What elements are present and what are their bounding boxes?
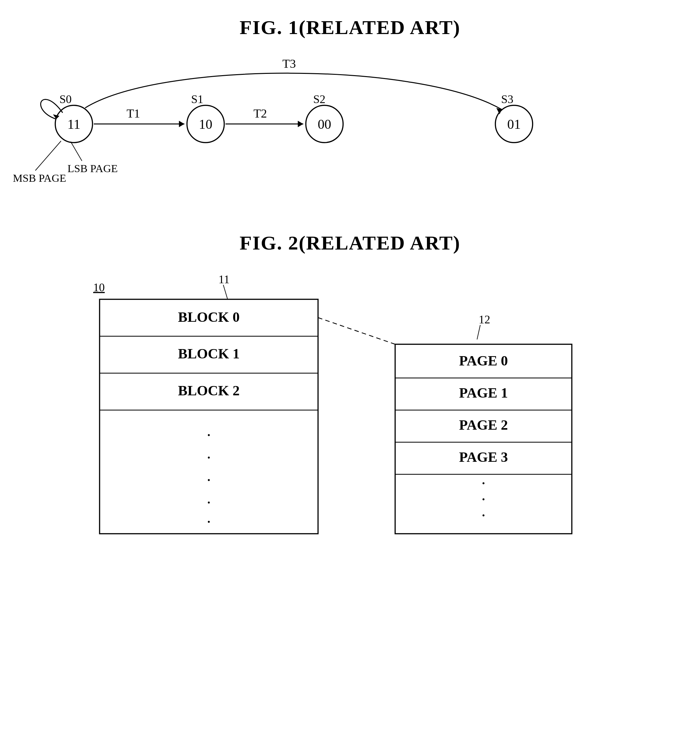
svg-text:MSB PAGE: MSB PAGE — [13, 172, 66, 184]
svg-text:00: 00 — [318, 117, 331, 132]
svg-line-30 — [477, 325, 480, 339]
svg-text:·: · — [207, 512, 211, 531]
svg-text:LSB PAGE: LSB PAGE — [68, 163, 118, 175]
svg-marker-3 — [53, 115, 59, 119]
svg-text:·: · — [207, 448, 211, 467]
svg-rect-43 — [395, 344, 572, 534]
svg-text:S2: S2 — [313, 93, 325, 106]
svg-text:BLOCK 0: BLOCK 0 — [178, 309, 240, 325]
svg-text:11: 11 — [68, 117, 80, 132]
svg-point-7 — [306, 105, 343, 142]
svg-text:01: 01 — [507, 117, 521, 132]
svg-text:11: 11 — [218, 273, 230, 286]
svg-marker-14 — [179, 121, 184, 127]
svg-line-23 — [71, 142, 82, 161]
svg-text:BLOCK 2: BLOCK 2 — [178, 383, 240, 399]
svg-text:·: · — [207, 471, 211, 489]
svg-text:PAGE 0: PAGE 0 — [459, 353, 508, 368]
svg-marker-17 — [298, 121, 303, 127]
svg-text:S1: S1 — [191, 93, 203, 106]
svg-text:PAGE 3: PAGE 3 — [459, 449, 508, 465]
svg-point-4 — [187, 105, 224, 142]
svg-text:12: 12 — [479, 313, 490, 326]
svg-text:·: · — [207, 426, 211, 444]
svg-text:PAGE 2: PAGE 2 — [459, 417, 508, 433]
svg-text:BLOCK 1: BLOCK 1 — [178, 346, 240, 361]
svg-rect-31 — [100, 299, 318, 534]
fig2-title: FIG. 2(RELATED ART) — [0, 212, 700, 254]
fig1-title: FIG. 1(RELATED ART) — [0, 0, 700, 39]
svg-text:S0: S0 — [59, 93, 72, 106]
svg-point-0 — [55, 105, 93, 142]
svg-text:10: 10 — [199, 117, 212, 132]
svg-text:S3: S3 — [501, 93, 513, 106]
svg-text:·: · — [482, 490, 486, 508]
svg-text:·: · — [482, 474, 486, 492]
svg-marker-19 — [496, 108, 502, 115]
svg-line-28 — [223, 285, 228, 301]
svg-text:T2: T2 — [253, 107, 267, 120]
svg-point-10 — [496, 105, 532, 142]
fig1-diagram: 11 S0 10 S1 00 S2 01 S3 T1 T2 T3 MSB PAG… — [0, 45, 700, 212]
fig2-diagram: 10 11 12 BLOCK 0 BLOCK 1 BLOCK 2 · · · ·… — [0, 264, 700, 553]
svg-text:10: 10 — [93, 281, 105, 294]
svg-text:T1: T1 — [126, 107, 140, 120]
svg-line-21 — [35, 141, 61, 170]
svg-text:PAGE 1: PAGE 1 — [459, 385, 508, 401]
svg-line-55 — [318, 318, 395, 344]
svg-text:·: · — [207, 493, 211, 512]
svg-text:·: · — [482, 506, 486, 524]
svg-text:T3: T3 — [282, 57, 296, 70]
